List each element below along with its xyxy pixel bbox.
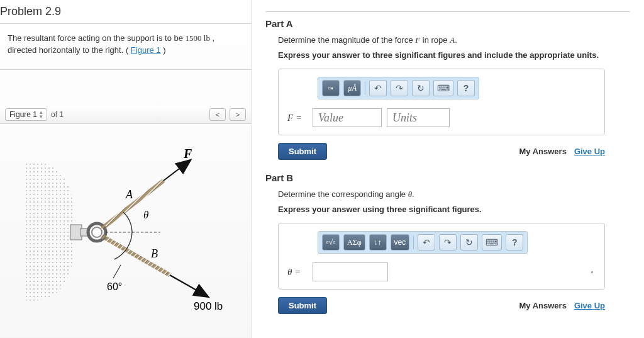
part-b-submit-button[interactable]: Submit xyxy=(278,297,327,314)
part-a-my-answers[interactable]: My Answers xyxy=(519,147,566,156)
part-a-instruction: Express your answer to three significant… xyxy=(278,50,630,60)
part-a-prompt: Determine the magnitude of the force F i… xyxy=(278,35,630,45)
keyboard-button[interactable]: ⌨ xyxy=(482,234,502,251)
reset-button[interactable]: ↻ xyxy=(412,80,430,96)
gap xyxy=(0,70,251,106)
undo-button[interactable]: ↶ xyxy=(369,80,387,96)
redo-button[interactable]: ↷ xyxy=(391,80,408,96)
answer-pane: Part A Determine the magnitude of the fo… xyxy=(252,0,644,338)
diagram-svg: A F θ B 60° 900 lb xyxy=(25,137,226,325)
divider xyxy=(265,11,630,12)
part-a-submit-button[interactable]: Submit xyxy=(278,143,327,160)
label-F: F xyxy=(183,147,192,161)
degree-hint: ∘ xyxy=(590,268,596,276)
part-a-eq-label: F = xyxy=(287,113,308,123)
svg-line-7 xyxy=(102,181,164,228)
part-b-prompt: Determine the corresponding angle θ. xyxy=(278,189,630,200)
part-a-units-input[interactable] xyxy=(387,108,450,127)
part-b-my-answers[interactable]: My Answers xyxy=(519,301,566,310)
svg-line-8 xyxy=(102,236,170,275)
reset-button[interactable]: ↻ xyxy=(460,234,478,251)
undo-button[interactable]: ↶ xyxy=(418,234,435,251)
svg-line-10 xyxy=(170,275,208,296)
part-a-title: Part A xyxy=(265,18,630,29)
help-button[interactable]: ? xyxy=(506,234,523,251)
svg-line-9 xyxy=(164,161,190,181)
figure-count: of 1 xyxy=(51,110,64,119)
part-b-eq-label: θ = xyxy=(287,267,308,278)
updown-icon: ▴▾ xyxy=(40,110,43,119)
subscript-button[interactable]: ↓↑ xyxy=(369,234,387,251)
templates-button[interactable]: ▫√▫ xyxy=(322,234,340,251)
figure-next-button[interactable]: > xyxy=(230,108,246,121)
part-b-answer-block: ▫√▫ ΑΣφ ↓↑ vec ↶ ↷ ↻ ⌨ ? θ = ∘ xyxy=(278,223,605,290)
help-button[interactable]: ? xyxy=(457,80,475,96)
part-b-answer-row: θ = ∘ xyxy=(287,262,596,281)
part-b-give-up-link[interactable]: Give Up xyxy=(574,301,605,310)
part-b-actions: Submit My Answers Give Up xyxy=(278,295,605,314)
figure-body: A F θ B 60° 900 lb xyxy=(0,124,251,338)
part-a-answer-block: ▫▪ µÅ ↶ ↷ ↻ ⌨ ? F = xyxy=(278,69,605,135)
label-B: B xyxy=(151,247,158,260)
desc-value: 1500 lb xyxy=(186,33,210,43)
part-b-value-input[interactable] xyxy=(313,262,388,281)
label-A: A xyxy=(125,188,133,201)
svg-rect-3 xyxy=(70,225,82,240)
figure-prev-button[interactable]: < xyxy=(209,108,226,121)
figure-selector[interactable]: Figure 1 ▴▾ xyxy=(5,108,47,121)
svg-line-12 xyxy=(113,265,121,278)
desc-prefix: The resultant force acting on the suppor… xyxy=(8,33,186,43)
desc-suffix: ) xyxy=(163,45,165,55)
greek-button[interactable]: ΑΣφ xyxy=(343,234,365,251)
vec-button[interactable]: vec xyxy=(391,234,410,251)
label-60: 60° xyxy=(107,281,122,292)
part-b-title: Part B xyxy=(265,172,630,183)
label-theta: θ xyxy=(143,209,148,221)
figure-selector-label: Figure 1 xyxy=(9,110,37,119)
part-a-toolbar: ▫▪ µÅ ↶ ↷ ↻ ⌨ ? xyxy=(318,77,479,99)
units-button[interactable]: µÅ xyxy=(343,80,361,96)
problem-pane: Problem 2.9 The resultant force acting o… xyxy=(0,0,252,338)
part-a-answer-row: F = xyxy=(287,108,596,127)
part-b-instruction: Express your answer using three signific… xyxy=(278,205,630,214)
templates-button[interactable]: ▫▪ xyxy=(322,80,340,96)
part-a-value-input[interactable] xyxy=(313,108,382,127)
problem-title: Problem 2.9 xyxy=(0,0,251,24)
label-900lb: 900 lb xyxy=(194,300,223,312)
part-a-give-up-link[interactable]: Give Up xyxy=(574,147,605,156)
part-b-toolbar: ▫√▫ ΑΣφ ↓↑ vec ↶ ↷ ↻ ⌨ ? xyxy=(318,231,528,254)
part-a-actions: Submit My Answers Give Up xyxy=(278,140,605,160)
svg-point-6 xyxy=(92,227,102,237)
figure-link[interactable]: Figure 1 xyxy=(131,45,161,55)
problem-description: The resultant force acting on the suppor… xyxy=(0,24,251,70)
keyboard-button[interactable]: ⌨ xyxy=(433,80,453,96)
figure-header: Figure 1 ▴▾ of 1 < > xyxy=(0,106,251,124)
redo-button[interactable]: ↷ xyxy=(439,234,457,251)
